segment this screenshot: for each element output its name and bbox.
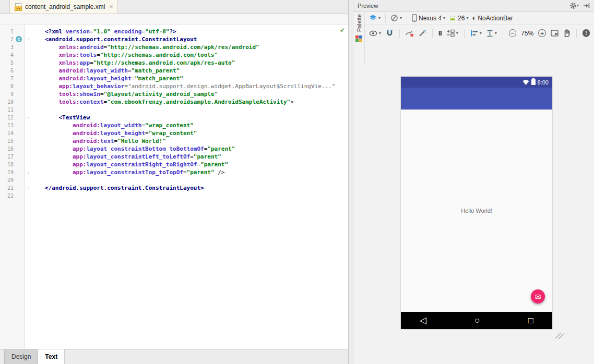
autoconnect-button[interactable] [386,29,394,37]
close-tab-icon[interactable]: × [109,3,113,10]
preview-title: Preview [358,3,378,9]
infer-constraints-button[interactable] [419,29,426,37]
device-label: Nexus 4 [419,15,442,22]
line-number: 10 [0,98,14,106]
variant-selector[interactable]: ▾ [369,15,381,21]
fold-gutter [25,145,45,153]
palette-tab-label: Palette [356,14,362,32]
warnings-button[interactable]: ! [583,29,590,37]
code-text: xmlns:tools="http://schemas.android.com/… [45,51,218,59]
gutter [14,106,25,114]
code-line: 22 [0,192,348,200]
tab-text[interactable]: Text [38,349,65,364]
chevron-down-icon: ▾ [378,16,381,21]
code-line: 8 app:layout_behavior="android.support.d… [0,82,348,90]
fold-gutter [25,161,45,168]
xml-file-icon: <> [15,3,22,11]
design-toolbar: ▾ 8 ▾ [365,25,594,42]
align-button[interactable]: ▾ [470,30,482,37]
fold-gutter [25,51,45,59]
code-line: 14 android:layout_height="wrap_content" [0,129,348,137]
config-toolbar: ▾ ▾ Nexus 4 ▾ 26 ▾ [365,12,594,25]
autoconnect-magnet-icon [386,29,394,37]
code-text: app:layout_constraintTop_toTopOf="parent… [45,168,224,176]
theme-selector[interactable]: ◐ NoActionBar [472,15,513,22]
default-margin-value[interactable]: 8 [438,30,442,37]
editor-tab-bar: <> content_android_sample.xml × [0,0,348,14]
fold-gutter [25,59,45,67]
fold-gutter [25,153,45,161]
code-text: app:layout_constraintRight_toRightOf="pa… [45,161,228,168]
zoom-out-button[interactable]: − [509,29,516,37]
code-line: 9 tools:showIn="@layout/activity_android… [0,90,348,98]
code-line: 2c▿<android.support.constraint.Constrain… [0,35,348,43]
line-number: 3 [0,43,14,51]
code-line: 7 android:layout_height="match_parent" [0,75,348,82]
component-gutter-icon[interactable]: c [16,36,22,42]
code-line: 11 [0,106,348,114]
gutter [14,43,25,51]
chevron-down-icon: ▾ [466,16,468,21]
zoom-fit-button[interactable] [551,30,559,37]
pan-hand-button[interactable] [563,29,571,37]
gutter [14,153,25,161]
distribute-button[interactable]: ▾ [486,30,497,37]
line-number: 4 [0,51,14,59]
recents-icon: □ [528,312,533,329]
device-preview: 8:00 Hello World! ✉ ◁ ○ □ [401,77,552,329]
margins-selector[interactable]: ▾ [447,29,458,37]
gutter [14,67,25,75]
code-text: </android.support.constraint.ConstraintL… [45,184,204,192]
api-level-label: 26 [458,15,465,22]
api-level-selector[interactable]: 26 ▾ [449,15,468,22]
code-line: 15 android:text="Hello World!" [0,137,348,145]
palette-tool-tab[interactable]: Palette [353,12,365,64]
fold-down-icon[interactable]: ▿ [25,114,45,122]
code-line: 6 android:layout_width="match_parent" [0,67,348,75]
view-options-button[interactable]: ▾ [369,30,381,37]
inspection-ok-check-icon[interactable]: ✔ [340,27,345,34]
preview-resize-handle[interactable] [554,332,565,342]
settings-gear-icon[interactable]: ▾ [569,2,579,9]
panel-splitter[interactable] [348,0,353,364]
zoom-fit-icon [551,30,559,37]
gutter [14,137,25,145]
code-text: android:layout_width="match_parent" [45,67,180,75]
code-line: 19▵ app:layout_constraintTop_toTopOf="pa… [0,168,348,176]
orientation-selector[interactable]: ▾ [390,14,402,22]
line-number: 14 [0,129,14,137]
code-line: 12▿ <TextView [0,114,348,122]
gutter [14,114,25,122]
line-number: 1 [0,28,14,35]
zoom-in-button[interactable]: + [538,29,545,37]
tab-design[interactable]: Design [4,349,38,364]
editor-tab-content-android-sample[interactable]: <> content_android_sample.xml × [9,0,118,14]
gutter [14,168,25,176]
fold-up-icon[interactable]: ▵ [25,168,45,176]
editor-tab-title: content_android_sample.xml [25,3,105,10]
code-text: tools:showIn="@layout/activity_android_s… [45,90,218,98]
code-line: 1<?xml version="1.0" encoding="utf-8"?> [0,28,348,35]
gutter [14,129,25,137]
hide-panel-icon[interactable] [583,3,590,9]
fold-gutter [25,137,45,145]
fold-up-icon[interactable]: ▵ [25,184,45,192]
distribute-icon [486,30,493,37]
code-text: android:layout_height="wrap_content" [45,129,197,137]
gutter [14,51,25,59]
gutter [14,145,25,153]
code-editor[interactable]: 1<?xml version="1.0" encoding="utf-8"?>2… [0,25,348,349]
chevron-down-icon: ▾ [480,31,482,36]
gutter [14,59,25,67]
line-number: 7 [0,75,14,82]
line-number: 2 [0,35,14,43]
editor-panel: <> content_android_sample.xml × 1<?xml v… [0,0,348,364]
line-number: 8 [0,82,14,90]
fold-down-icon[interactable]: ▿ [25,35,45,43]
code-text: tools:context="com.ebookfrenzy.androidsa… [45,98,294,106]
line-number: 11 [0,106,14,114]
clear-constraints-button[interactable] [406,29,414,37]
theme-label: NoActionBar [478,15,513,22]
device-selector[interactable]: Nexus 4 ▾ [412,14,445,22]
android-icon [449,16,456,21]
